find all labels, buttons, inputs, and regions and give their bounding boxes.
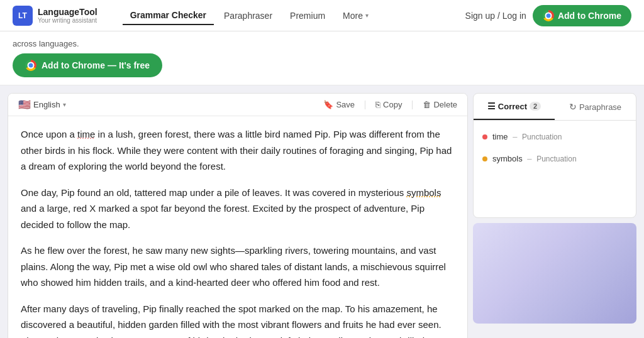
paragraph-2: One day, Pip found an old, tattered map …	[21, 185, 455, 233]
save-icon: 🔖	[323, 100, 333, 109]
nav-more[interactable]: More ▾	[335, 7, 376, 25]
header-actions: Sign up / Log in Add to Chrome	[465, 5, 631, 26]
underline-symbols: symbols	[406, 187, 441, 198]
gradient-decoration	[473, 223, 636, 324]
chrome-icon-big	[25, 60, 36, 71]
divider2	[412, 101, 413, 109]
editor-panel: 🇺🇸 English ▾ 🔖 Save ⎘ Copy 🗑 Delete	[8, 93, 468, 338]
editor-toolbar: 🇺🇸 English ▾ 🔖 Save ⎘ Copy 🗑 Delete	[8, 94, 467, 116]
paragraph-3: As he flew over the forest, he saw many …	[21, 243, 455, 291]
lang-chevron-icon: ▾	[63, 101, 66, 108]
corrections-card: ☰ Correct 2 ↻ Paraphrase time – Punctuat…	[473, 93, 636, 218]
chevron-down-icon: ▾	[365, 12, 369, 19]
delete-button[interactable]: 🗑 Delete	[423, 100, 457, 109]
logo-text: LanguageTool Your writing assistant	[38, 7, 97, 24]
trash-icon: 🗑	[423, 100, 431, 109]
paragraph-1: Once upon a time in a lush, green forest…	[21, 126, 455, 175]
header: LT LanguageTool Your writing assistant G…	[0, 0, 644, 31]
copy-button[interactable]: ⎘ Copy	[375, 100, 402, 109]
flag-icon: 🇺🇸	[18, 99, 31, 111]
right-tabs: ☰ Correct 2 ↻ Paraphrase	[474, 94, 636, 121]
correct-badge: 2	[530, 102, 541, 111]
language-selector[interactable]: 🇺🇸 English ▾	[18, 99, 66, 111]
add-to-chrome-button[interactable]: Add to Chrome	[533, 5, 631, 26]
save-button[interactable]: 🔖 Save	[323, 100, 355, 109]
add-chrome-big-button[interactable]: Add to Chrome — It's free	[13, 53, 162, 77]
copy-icon: ⎘	[375, 100, 380, 109]
correction-item-time[interactable]: time – Punctuation	[474, 126, 636, 148]
signup-link[interactable]: Sign up / Log in	[465, 11, 526, 21]
dot-red-icon	[482, 134, 487, 139]
logo-icon: LT	[13, 6, 33, 26]
toolbar-actions: 🔖 Save ⎘ Copy 🗑 Delete	[323, 100, 457, 109]
nav-premium[interactable]: Premium	[282, 7, 333, 25]
main-nav: Grammar Checker Paraphraser Premium More…	[123, 6, 465, 25]
logo-name: LanguageTool	[38, 7, 97, 17]
editor-body[interactable]: Once upon a time in a lush, green forest…	[8, 116, 467, 338]
logo: LT LanguageTool Your writing assistant	[13, 6, 97, 26]
main-content: 🇺🇸 English ▾ 🔖 Save ⎘ Copy 🗑 Delete	[0, 85, 644, 338]
corrections-list: time – Punctuation symbols – Punctuation	[474, 121, 636, 175]
sub-header-text: across languages.	[13, 39, 631, 48]
tab-correct[interactable]: ☰ Correct 2	[474, 94, 555, 120]
nav-paraphraser[interactable]: Paraphraser	[216, 7, 280, 25]
sub-header: across languages. Add to Chrome — It's f…	[0, 31, 644, 85]
correction-item-symbols[interactable]: symbols – Punctuation	[474, 148, 636, 170]
logo-subtitle: Your writing assistant	[38, 17, 97, 24]
paraphrase-icon: ↻	[569, 102, 577, 112]
paragraph-4: After many days of traveling, Pip finall…	[21, 301, 455, 339]
dot-orange-icon	[482, 156, 487, 161]
chrome-icon	[543, 10, 554, 21]
check-icon: ☰	[487, 101, 496, 111]
tab-paraphrase[interactable]: ↻ Paraphrase	[555, 94, 636, 120]
underline-time: time	[77, 129, 95, 139]
nav-grammar-checker[interactable]: Grammar Checker	[123, 6, 214, 25]
divider	[365, 101, 365, 109]
right-panel: ☰ Correct 2 ↻ Paraphrase time – Punctuat…	[473, 93, 636, 338]
